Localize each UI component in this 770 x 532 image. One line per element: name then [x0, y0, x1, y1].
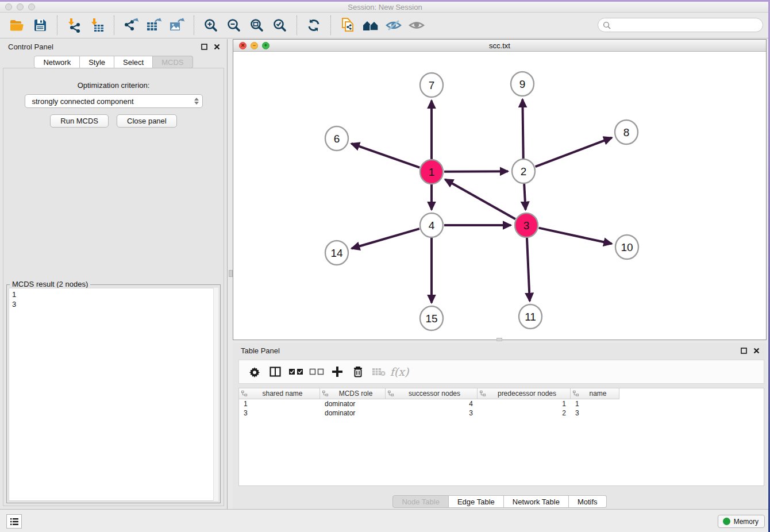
import-table-icon[interactable] [86, 14, 109, 36]
graph-node-6[interactable]: 6 [325, 126, 348, 151]
table-tab-motifs[interactable]: Motifs [569, 495, 607, 508]
export-network-icon[interactable] [120, 14, 143, 36]
table-cell[interactable]: dominator [320, 399, 386, 408]
close-panel-button[interactable]: Close panel [117, 114, 177, 128]
result-scrollbar[interactable] [213, 288, 218, 501]
add-column-icon[interactable] [329, 363, 346, 380]
table-panel: Table Panel [233, 343, 767, 509]
unselect-all-columns-icon[interactable] [308, 363, 325, 380]
graph-edge-2-9[interactable] [522, 99, 523, 159]
hide-selected-icon[interactable] [382, 14, 405, 36]
tab-select[interactable]: Select [114, 56, 153, 68]
titlebar: Session: New Session [0, 2, 770, 13]
memory-status-icon [723, 518, 730, 525]
open-session-icon[interactable] [6, 14, 29, 36]
delete-column-icon[interactable] [349, 363, 367, 380]
graph-edge-3-11[interactable] [527, 238, 530, 301]
network-window-titlebar[interactable]: ✕ − + scc.txt [233, 40, 766, 52]
show-column-icon[interactable] [267, 363, 284, 380]
graph-node-14[interactable]: 14 [325, 241, 348, 265]
table-options-icon[interactable] [246, 363, 263, 380]
memory-button[interactable]: Memory [718, 515, 765, 528]
table-tab-network-table[interactable]: Network Table [504, 495, 569, 508]
mcds-tab-content: Optimization criterion: strongly connect… [3, 68, 224, 506]
table-row[interactable]: 1dominator411 [239, 399, 764, 408]
column-header-predecessor-nodes[interactable]: predecessor nodes [478, 388, 571, 399]
graph-edge-1-6[interactable] [351, 144, 419, 168]
graph-edge-2-8[interactable] [536, 138, 612, 167]
mcds-result-legend: MCDS result (2 nodes) [10, 280, 90, 288]
run-mcds-button[interactable]: Run MCDS [50, 114, 109, 128]
graph-node-8[interactable]: 8 [615, 120, 638, 144]
graph-node-2[interactable]: 2 [512, 159, 535, 183]
graph-edge-3-1[interactable] [445, 179, 515, 219]
graph-node-3[interactable]: 3 [515, 213, 538, 237]
splitter-handle-horizontal[interactable] [496, 338, 502, 341]
table-tab-edge-table[interactable]: Edge Table [449, 495, 504, 508]
first-neighbors-icon[interactable] [359, 14, 382, 36]
table-tab-node-table[interactable]: Node Table [392, 495, 449, 508]
mcds-result-line: 1 [12, 290, 215, 299]
table-cell[interactable]: 1 [478, 399, 571, 408]
graph-node-10[interactable]: 10 [615, 235, 638, 259]
search-input[interactable] [614, 21, 758, 29]
splitter-handle-vertical[interactable] [229, 270, 233, 277]
table-cell[interactable]: 1 [571, 399, 619, 408]
network-graph[interactable]: 7968124314101511 [233, 52, 766, 340]
search-box[interactable] [598, 18, 763, 32]
float-table-panel-icon[interactable] [739, 346, 748, 355]
table-cell[interactable]: 4 [386, 399, 478, 408]
delete-table-icon[interactable] [370, 363, 387, 380]
column-header-successor-nodes[interactable]: successor nodes [386, 388, 478, 399]
export-image-icon[interactable] [165, 14, 188, 36]
graph-node-7[interactable]: 7 [420, 73, 443, 97]
select-all-columns-icon[interactable] [287, 363, 305, 380]
graph-edge-3-10[interactable] [538, 228, 611, 244]
table-header-row: shared nameMCDS rolesuccessor nodesprede… [239, 388, 764, 399]
table-cell[interactable]: 1 [239, 399, 320, 408]
table-row[interactable]: 3dominator323 [239, 408, 764, 418]
table-cell[interactable]: dominator [320, 408, 386, 418]
close-table-panel-icon[interactable] [752, 346, 761, 355]
tab-style[interactable]: Style [80, 56, 114, 68]
graph-node-11[interactable]: 11 [519, 304, 542, 329]
table-cell[interactable]: 3 [239, 408, 320, 418]
refresh-icon[interactable] [302, 14, 325, 36]
graph-node-9[interactable]: 9 [511, 72, 534, 96]
network-canvas[interactable]: 7968124314101511 [233, 52, 766, 340]
show-all-icon[interactable] [405, 14, 428, 36]
column-header-MCDS-role[interactable]: MCDS role [320, 388, 386, 399]
zoom-in-icon[interactable] [199, 14, 222, 36]
tab-mcds[interactable]: MCDS [153, 56, 192, 68]
column-header-shared-name[interactable]: shared name [239, 388, 320, 399]
toolbar-separator [330, 16, 331, 35]
graph-node-label: 7 [429, 79, 435, 91]
graph-edge-1-2[interactable] [444, 171, 508, 172]
select-stepper-icon [194, 98, 199, 105]
graph-edge-4-14[interactable] [352, 229, 419, 248]
graph-edge-2-3[interactable] [524, 184, 525, 210]
table-cell[interactable]: 3 [571, 408, 619, 418]
zoom-selected-icon[interactable] [268, 14, 291, 36]
float-panel-icon[interactable] [199, 42, 209, 51]
save-session-icon[interactable] [29, 14, 52, 36]
zoom-out-icon[interactable] [222, 14, 245, 36]
table-cell[interactable]: 3 [386, 408, 478, 418]
table-cell[interactable]: 2 [478, 408, 571, 418]
import-network-icon[interactable] [63, 14, 86, 36]
task-history-button[interactable] [6, 514, 22, 529]
tab-network[interactable]: Network [34, 56, 80, 68]
graph-node-1[interactable]: 1 [420, 160, 443, 184]
close-panel-icon[interactable] [212, 42, 221, 51]
table-tabs: Node TableEdge TableNetwork TableMotifs [233, 495, 767, 508]
function-builder-icon[interactable]: f(x) [391, 363, 408, 380]
node-table[interactable]: shared nameMCDS rolesuccessor nodesprede… [238, 388, 764, 486]
export-table-icon[interactable] [143, 14, 165, 36]
duplicate-network-icon[interactable] [336, 14, 359, 36]
optimization-criterion-select[interactable]: strongly connected component [25, 94, 203, 108]
zoom-fit-icon[interactable] [245, 14, 268, 36]
column-header-name[interactable]: name [571, 388, 619, 399]
mcds-result-list[interactable]: 13 [9, 288, 218, 501]
graph-node-15[interactable]: 15 [420, 306, 443, 330]
graph-node-4[interactable]: 4 [420, 213, 443, 237]
